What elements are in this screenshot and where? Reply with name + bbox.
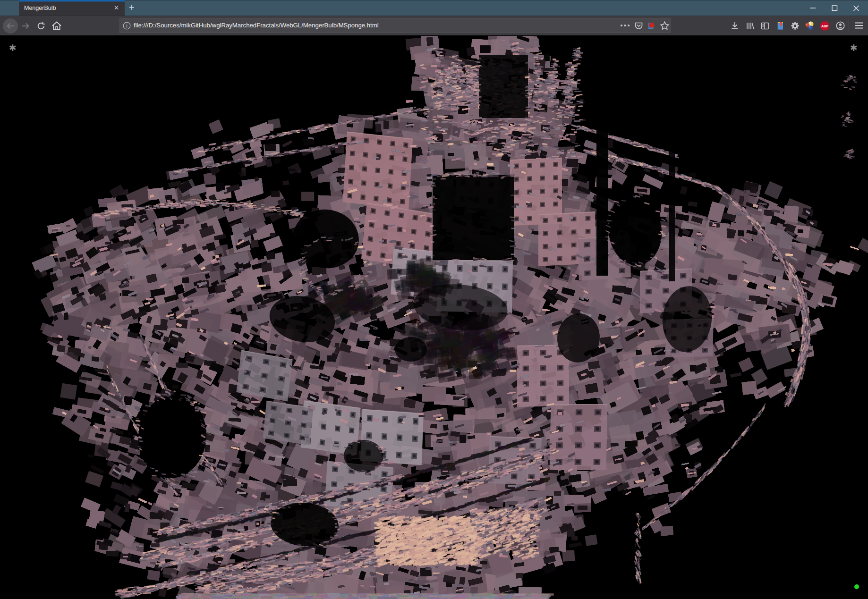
svg-text:ABP: ABP — [821, 24, 828, 28]
